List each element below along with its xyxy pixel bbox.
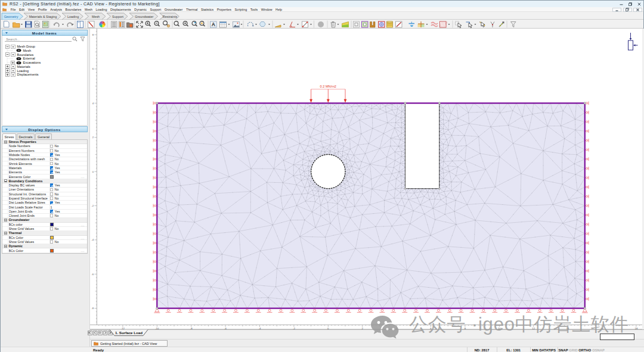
- workflow-tab-groundwater[interactable]: Groundwater: [129, 13, 158, 20]
- stage-first-button[interactable]: [88, 331, 92, 335]
- material-layers-icon[interactable]: [342, 22, 349, 27]
- checkbox-unchecked[interactable]: [50, 197, 54, 200]
- checkbox-unchecked[interactable]: [50, 158, 54, 161]
- pg-row-structural-int-orientations[interactable]: Structural Int. OrientationsNo: [2, 192, 87, 197]
- select-branch-icon[interactable]: [491, 22, 494, 28]
- table-icon[interactable]: [220, 22, 227, 28]
- pg-row-materials[interactable]: MaterialsYes: [2, 166, 87, 170]
- section-collapse-icon[interactable]: [4, 232, 7, 235]
- status-ortho[interactable]: ORTHO: [578, 347, 592, 352]
- display-tab-decimals[interactable]: Decimals: [17, 133, 35, 139]
- undo-icon[interactable]: [53, 23, 59, 27]
- section-collapse-icon[interactable]: [4, 219, 7, 222]
- stage-box-icon[interactable]: [354, 21, 360, 27]
- checkbox-unchecked[interactable]: [50, 214, 54, 217]
- visibility-dropdown-icon[interactable]: [11, 73, 16, 77]
- menu-help[interactable]: Help: [274, 8, 284, 11]
- zoom-excavation-icon[interactable]: [200, 21, 205, 26]
- checkbox-checked[interactable]: [50, 153, 54, 157]
- edit-boundary-icon[interactable]: [302, 21, 308, 27]
- workflow-tab-geometry[interactable]: Geometry: [2, 13, 23, 20]
- pg-row-closed-joint-ends[interactable]: Closed Joint EndsNo: [2, 214, 87, 218]
- pg-section-dynamic[interactable]: Dynamic: [2, 244, 87, 248]
- pg-row-bcs-color[interactable]: BCs Color...: [2, 248, 87, 253]
- checkbox-unchecked[interactable]: [50, 149, 54, 152]
- stage-next-button[interactable]: [103, 331, 108, 335]
- checkbox-unchecked[interactable]: [50, 162, 54, 166]
- zoom-out-icon[interactable]: [154, 21, 159, 26]
- redo-icon[interactable]: [67, 23, 73, 27]
- pg-row-discretizations-with-mesh[interactable]: Discretizations with meshNo: [2, 157, 87, 161]
- text-label-icon[interactable]: A: [210, 21, 217, 27]
- color-swatch[interactable]: [50, 175, 54, 179]
- color-swatch[interactable]: [50, 249, 54, 253]
- checkbox-unchecked[interactable]: [50, 240, 54, 244]
- expand-icon[interactable]: [5, 73, 10, 77]
- pg-row-node-numbers[interactable]: Node NumbersNo: [2, 144, 87, 148]
- page-layout-icon[interactable]: [78, 21, 83, 28]
- zoom-time-icon[interactable]: [192, 21, 197, 26]
- checkbox-unchecked[interactable]: [50, 227, 54, 230]
- selection-filter-icon[interactable]: [511, 22, 516, 27]
- snapshot-icon[interactable]: [362, 21, 369, 27]
- menu-thermal[interactable]: Thermal: [184, 8, 199, 11]
- cad-canvas[interactable]: -8-6-4-202468-12-10-8-6-4-20246810121416…: [90, 29, 642, 329]
- no-mesh-icon[interactable]: [396, 21, 402, 27]
- menu-tools[interactable]: Tools: [249, 8, 259, 11]
- pg-row-elements[interactable]: ElementsYes: [2, 170, 87, 175]
- rotate-shape-icon[interactable]: [247, 22, 253, 26]
- pg-row-expand-structural-interface[interactable]: Expand Structural InterfaceNo: [2, 197, 87, 201]
- color-swatch[interactable]: [50, 236, 54, 239]
- pg-row-shrink-elements[interactable]: Shrink ElementsNo: [2, 161, 87, 166]
- checkbox-checked[interactable]: [50, 183, 54, 187]
- color-swatch[interactable]: [50, 223, 54, 226]
- checkbox-checked[interactable]: [50, 166, 54, 170]
- menu-properties[interactable]: Properties: [215, 8, 233, 11]
- menu-window[interactable]: Window: [259, 8, 274, 11]
- open-folder-icon[interactable]: [13, 22, 20, 27]
- report-view-icon[interactable]: [119, 21, 125, 27]
- edit-pen-icon[interactable]: [88, 21, 95, 28]
- pg-section-stress-properties[interactable]: Stress Properties: [2, 140, 87, 144]
- menu-statistics[interactable]: Statistics: [199, 8, 215, 11]
- workflow-tab-restraints[interactable]: Restraints: [160, 13, 179, 20]
- zoom-in-icon[interactable]: [145, 21, 150, 26]
- display-tab-stress[interactable]: Stress: [2, 133, 16, 140]
- menu-loading[interactable]: Loading: [94, 8, 109, 11]
- display-tab-general[interactable]: General: [35, 133, 52, 139]
- search-input[interactable]: Search...: [5, 37, 72, 42]
- search-icon[interactable]: [72, 36, 78, 42]
- select-boundary-icon[interactable]: [466, 22, 473, 28]
- pg-row-elements-color[interactable]: Elements Color...: [2, 175, 87, 179]
- workflow-tab-mesh[interactable]: Mesh: [85, 13, 106, 20]
- workflow-tab-loading[interactable]: Loading: [62, 13, 83, 20]
- model-items-header[interactable]: Model Items: [2, 30, 88, 36]
- menu-groundwater[interactable]: Groundwater: [163, 8, 184, 11]
- pg-row-midside-nodes[interactable]: Midside NodesYes: [2, 153, 87, 157]
- project-home-icon[interactable]: [127, 23, 134, 27]
- zoom-pan-icon[interactable]: [163, 21, 170, 27]
- pg-row-dist-loads-relative-sizes[interactable]: Dist Loads Relative SizesYes: [2, 201, 87, 205]
- field-stress-icon[interactable]: [379, 21, 385, 27]
- delete-icon[interactable]: [331, 22, 336, 28]
- zoom-all-icon[interactable]: [183, 21, 188, 26]
- pg-row-value[interactable]: 1: [51, 205, 52, 209]
- workflow-tab-support[interactable]: Support: [107, 13, 128, 20]
- status-grid[interactable]: GRID: [569, 347, 578, 352]
- new-file-icon[interactable]: [4, 21, 10, 27]
- ellipsis-button[interactable]: ...: [80, 175, 85, 179]
- load-split-icon[interactable]: [418, 21, 425, 27]
- pg-row-element-numbers[interactable]: Element NumbersNo: [2, 149, 87, 153]
- status-snap[interactable]: SNAP: [558, 347, 569, 352]
- section-collapse-icon[interactable]: [4, 245, 7, 248]
- mdi-minimize-button[interactable]: [612, 8, 621, 12]
- hatch-region-icon[interactable]: [440, 21, 447, 27]
- document-tab[interactable]: Getting Started (Initial).fez - CAD View: [91, 340, 168, 347]
- picture-icon[interactable]: [233, 22, 240, 28]
- print-preview-icon[interactable]: [35, 21, 39, 27]
- checkbox-checked[interactable]: [50, 170, 54, 174]
- workflow-tab-materials-staging[interactable]: Materials & Staging: [24, 13, 61, 20]
- material-assign-icon[interactable]: [387, 21, 393, 27]
- zoom-extents-icon[interactable]: [137, 21, 143, 27]
- pg-row-display-bc-values[interactable]: Display BC valuesYes: [2, 183, 87, 188]
